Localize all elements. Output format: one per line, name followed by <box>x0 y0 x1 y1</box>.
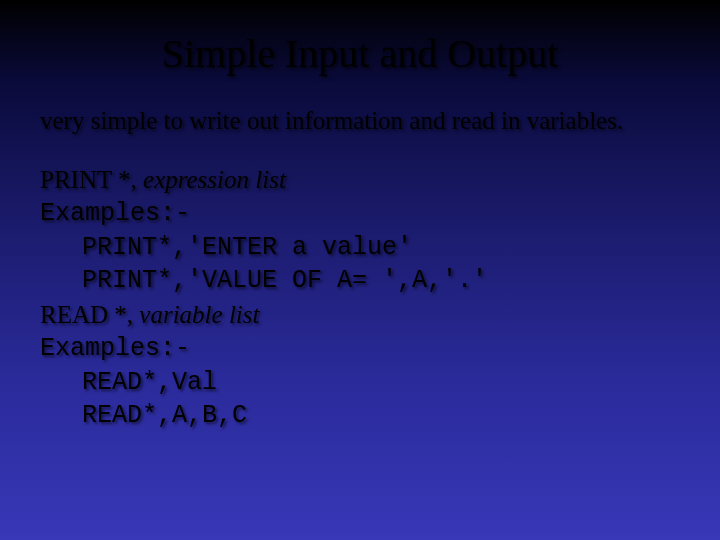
slide: Simple Input and Output very simple to w… <box>0 0 720 540</box>
read-example-2: READ*,A,B,C <box>40 399 680 433</box>
read-syntax-args: variable list <box>139 301 259 328</box>
print-syntax-args: expression list <box>143 166 286 193</box>
read-syntax: READ *, variable list <box>40 298 680 332</box>
print-examples-label: Examples:- <box>40 197 680 231</box>
slide-title: Simple Input and Output <box>40 30 680 77</box>
print-syntax-prefix: PRINT *, <box>40 166 143 193</box>
intro-text: very simple to write out information and… <box>40 107 680 135</box>
print-example-1: PRINT*,'ENTER a value' <box>40 231 680 265</box>
print-example-2: PRINT*,'VALUE OF A= ',A,'.' <box>40 264 680 298</box>
read-syntax-prefix: READ *, <box>40 301 139 328</box>
read-example-1: READ*,Val <box>40 366 680 400</box>
print-syntax: PRINT *, expression list <box>40 163 680 197</box>
read-examples-label: Examples:- <box>40 332 680 366</box>
